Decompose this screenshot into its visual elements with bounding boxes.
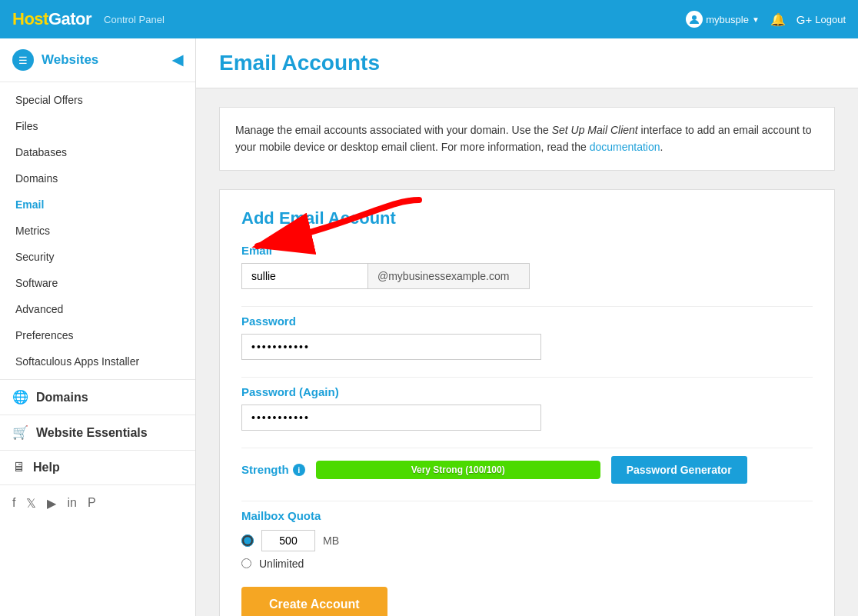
globe-icon: 🌐	[12, 389, 28, 405]
mailbox-quota-label: Mailbox Quota	[241, 509, 813, 522]
strength-bar-container: Very Strong (100/100)	[316, 461, 600, 479]
quota-row: MB	[241, 530, 813, 551]
sidebar-item-preferences[interactable]: Preferences	[0, 322, 195, 348]
description-text: Manage the email accounts associated wit…	[235, 124, 811, 153]
header-left: HostGator Control Panel	[12, 9, 165, 29]
password-again-label: Password (Again)	[241, 385, 813, 398]
avatar	[686, 11, 703, 28]
sidebar-group-website-essentials[interactable]: 🛒 Website Essentials	[0, 415, 195, 450]
sidebar: ☰ Websites ◀ Special Offers Files Databa…	[0, 38, 196, 616]
bell-icon[interactable]: 🔔	[770, 12, 786, 27]
header-right: mybusple ▼ 🔔 G+ Logout	[686, 11, 846, 28]
control-panel-label: Control Panel	[104, 14, 165, 25]
password-again-field-group: Password (Again)	[241, 385, 813, 431]
sidebar-group-domains-label: Domains	[36, 391, 88, 405]
sidebar-collapse-button[interactable]: ◀	[172, 52, 183, 68]
main-content: Email Accounts Manage the email accounts…	[196, 38, 858, 616]
content-area: Manage the email accounts associated wit…	[196, 88, 858, 616]
sidebar-group-help[interactable]: 🖥 Help	[0, 450, 195, 484]
description-box: Manage the email accounts associated wit…	[219, 107, 835, 171]
add-email-form: Add Email Account Email @mybusinessexamp…	[219, 189, 835, 616]
sidebar-item-email[interactable]: Email	[0, 191, 195, 218]
strength-label: Strength i	[241, 463, 305, 476]
sidebar-section-title: Websites	[42, 52, 98, 68]
sidebar-item-special-offers[interactable]: Special Offers	[0, 87, 195, 113]
logout-button[interactable]: G+ Logout	[796, 13, 846, 26]
sidebar-items: Special Offers Files Databases Domains E…	[0, 82, 195, 379]
logout-label: Logout	[815, 14, 846, 25]
page-header: Email Accounts	[196, 38, 858, 88]
main-wrapper: Email Accounts Manage the email accounts…	[196, 38, 858, 616]
quota-unit-label: MB	[323, 534, 339, 547]
facebook-icon[interactable]: f	[12, 496, 15, 511]
sidebar-item-metrics[interactable]: Metrics	[0, 218, 195, 244]
documentation-link[interactable]: documentation	[590, 141, 660, 153]
quota-mb-radio[interactable]	[241, 534, 254, 547]
page-title: Email Accounts	[219, 51, 380, 75]
sidebar-item-databases[interactable]: Databases	[0, 139, 195, 165]
email-row: @mybusinessexample.com	[241, 263, 813, 289]
sidebar-item-security[interactable]: Security	[0, 244, 195, 270]
password-again-input[interactable]	[241, 405, 541, 431]
google-icon: G+	[796, 13, 812, 26]
sidebar-item-softaculous[interactable]: Softaculous Apps Installer	[0, 348, 195, 375]
strength-bar: Very Strong (100/100)	[316, 461, 600, 479]
websites-icon: ☰	[12, 49, 34, 71]
strength-text: Very Strong (100/100)	[411, 464, 505, 475]
layout: ☰ Websites ◀ Special Offers Files Databa…	[0, 38, 858, 616]
sidebar-group-domains[interactable]: 🌐 Domains	[0, 379, 195, 415]
strength-row: Strength i Very Strong (100/100) Passwor…	[241, 456, 813, 484]
chevron-down-icon: ▼	[752, 15, 760, 24]
header: HostGator Control Panel mybusple ▼ 🔔 G+ …	[0, 0, 858, 38]
sidebar-item-domains[interactable]: Domains	[0, 165, 195, 191]
email-label: Email	[241, 244, 813, 257]
form-title: Add Email Account	[241, 208, 813, 228]
social-icons: f 𝕏 ▶ in P	[0, 484, 195, 521]
quota-unlimited-label: Unlimited	[259, 558, 304, 570]
linkedin-icon[interactable]: in	[67, 496, 76, 511]
quota-value-input[interactable]	[261, 530, 315, 551]
quota-unlimited-row: Unlimited	[241, 558, 813, 570]
password-label: Password	[241, 315, 813, 328]
password-input[interactable]	[241, 334, 541, 360]
sidebar-group-help-label: Help	[33, 461, 60, 474]
user-menu[interactable]: mybusple ▼	[686, 11, 760, 28]
email-local-input[interactable]	[241, 263, 368, 289]
svg-point-0	[692, 15, 697, 20]
sidebar-websites-header[interactable]: ☰ Websites ◀	[0, 38, 195, 82]
sidebar-group-essentials-label: Website Essentials	[36, 426, 148, 440]
pinterest-icon[interactable]: P	[88, 496, 96, 511]
password-field-group: Password	[241, 315, 813, 360]
help-icon: 🖥	[12, 460, 25, 475]
sidebar-item-software[interactable]: Software	[0, 270, 195, 296]
password-generator-button[interactable]: Password Generator	[611, 456, 747, 484]
mailbox-quota-group: Mailbox Quota MB Unlimited	[241, 509, 813, 570]
email-field-group: Email @mybusinessexample.com	[241, 244, 813, 289]
sidebar-item-files[interactable]: Files	[0, 113, 195, 139]
username-label: mybusple	[706, 14, 749, 25]
quota-unlimited-radio[interactable]	[241, 558, 251, 568]
logo: HostGator	[12, 9, 91, 29]
youtube-icon[interactable]: ▶	[47, 496, 56, 511]
sidebar-item-advanced[interactable]: Advanced	[0, 296, 195, 322]
create-account-button[interactable]: Create Account	[241, 587, 387, 616]
cart-icon: 🛒	[12, 425, 28, 441]
strength-info-icon[interactable]: i	[293, 464, 305, 476]
twitter-icon[interactable]: 𝕏	[26, 496, 36, 511]
email-domain-display: @mybusinessexample.com	[368, 263, 530, 289]
